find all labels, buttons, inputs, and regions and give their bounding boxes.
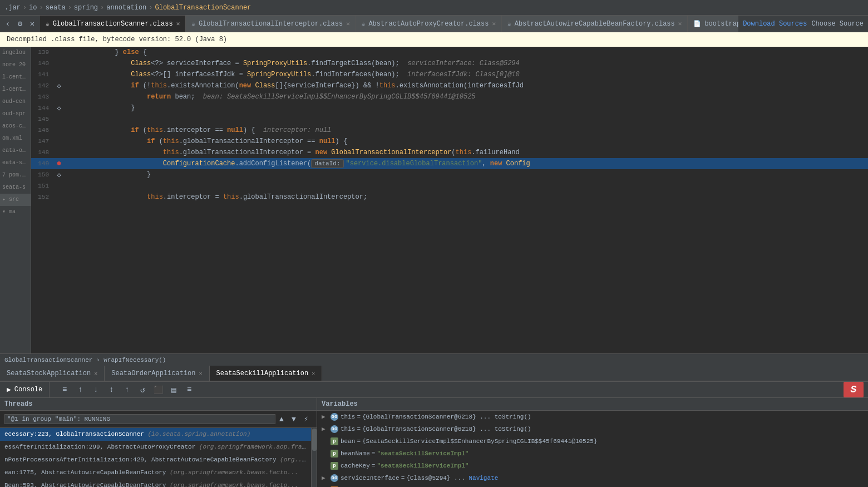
code-line-152: 152 this.interceptor = this.globalTransa… <box>31 191 868 203</box>
close-icon[interactable]: ✕ <box>27 18 38 29</box>
thread-down-btn[interactable]: ▼ <box>288 413 300 425</box>
var-item-3[interactable]: ▶ p beanName = "seataSeckillServiceImpl" <box>317 447 868 460</box>
breadcrumb-seata: seata <box>46 4 66 12</box>
var-item-5[interactable]: ▶ oo serviceInterface = {Class@5294} ...… <box>317 472 868 484</box>
line-number: 146 <box>31 127 53 134</box>
sidebar-item-acos-cor[interactable]: acos-cor <box>0 120 31 132</box>
variables-title: Variables <box>322 400 358 408</box>
sidebar-item-lcenter2[interactable]: l-center <box>0 83 31 96</box>
var-item-0[interactable]: ▶ oo this = {GlobalTransactionScanner@62… <box>317 411 868 423</box>
sidebar: ingclou nore 20 l-center l-center oud-ce… <box>0 47 31 353</box>
var-item-2[interactable]: ▶ p bean = {SeataSeckillServiceImpl$$Enh… <box>317 435 868 447</box>
line-number: 143 <box>31 94 53 100</box>
toolbar-lines[interactable]: ≡ <box>183 383 195 396</box>
breadcrumb-io: io <box>29 4 37 12</box>
line-number: 140 <box>31 60 53 67</box>
code-breadcrumb: GlobalTransactionScanner › wrapIfNecessa… <box>0 353 868 366</box>
code-area: 139 } else { 140 Class<?> serviceInterfa… <box>31 47 868 353</box>
tab-close-icon[interactable]: ✕ <box>176 20 180 27</box>
thread-up-btn[interactable]: ▲ <box>275 413 288 425</box>
sidebar-item-pom-xml[interactable]: om.xml <box>0 132 31 145</box>
console-tab[interactable]: ▶ Console <box>0 382 50 397</box>
java-file-icon: ☕ <box>507 20 511 27</box>
line-number: 141 <box>31 71 53 78</box>
stack-frame-text: Bean:593, AbstractAutowireCapableBeanFac… <box>4 482 170 487</box>
expand-icon[interactable]: ▶ <box>322 424 331 434</box>
sidebar-item-ingcloud[interactable]: ingclou <box>0 47 31 59</box>
tab-label: AbstractAutowireCapableBeanFactory.class <box>515 20 675 28</box>
stack-frame-0[interactable]: ecessary:223, GlobalTransactionScanner (… <box>0 428 311 441</box>
tab-bootstrap-yml[interactable]: 📄 bootstrap.yml ✕ <box>688 16 738 32</box>
run-tab-close[interactable]: ✕ <box>199 370 203 377</box>
toolbar-restart[interactable]: ↺ <box>136 383 149 396</box>
tab-global-transaction-scanner[interactable]: ☕ GlobalTransactionScanner.class ✕ <box>40 16 186 32</box>
var-value: {SeataSeckillServiceImpl$$EnhancerBySpri… <box>362 436 597 446</box>
sidebar-item-src[interactable]: ▸ src <box>0 194 31 206</box>
sidebar-item-seata-s[interactable]: seata-s <box>0 181 31 194</box>
download-sources-link[interactable]: Download Sources <box>743 20 807 28</box>
main-area: ingclou nore 20 l-center l-center oud-ce… <box>0 47 868 353</box>
sidebar-item-nore[interactable]: nore 20 <box>0 59 31 71</box>
stack-frame-package: (org.springframework.beans.facto... <box>170 469 298 476</box>
code-line-147: 147 if (this.globalTransactionalIntercep… <box>31 136 868 147</box>
line-code: ConfigurationCache.addConfigListener(dat… <box>65 159 530 168</box>
tab-close-icon[interactable]: ✕ <box>678 20 682 27</box>
sidebar-item-oud-cen[interactable]: oud-cen <box>0 96 31 108</box>
code-line-148: 148 this.globalTransactionalInterceptor … <box>31 147 868 158</box>
breadcrumb-spring: spring <box>74 4 98 12</box>
thread-filter-btn[interactable]: ⚡ <box>300 413 312 425</box>
run-tab-close[interactable]: ✕ <box>312 370 315 377</box>
toolbar-step-into[interactable]: ↕ <box>105 383 117 396</box>
line-code: Class<?>[] interfacesIfJdk = SpringProxy… <box>65 71 520 78</box>
sidebar-item-ma[interactable]: ▾ ma <box>0 206 31 218</box>
var-item-1[interactable]: ▶ oo this = {GlobalTransactionScanner@62… <box>317 423 868 435</box>
toolbar-step-out[interactable]: ↑ <box>121 383 133 396</box>
toolbar-resume[interactable]: ↑ <box>74 383 86 396</box>
stack-frame-1[interactable]: essAfterInitialization:299, AbstractAuto… <box>0 441 311 454</box>
back-button[interactable]: ‹ <box>2 18 13 29</box>
line-number: 144 <box>31 105 53 111</box>
var-value: {GlobalTransactionScanner@6218} ... toSt… <box>362 424 531 434</box>
tab-close-icon[interactable]: ✕ <box>492 20 496 27</box>
breadcrumb-annotation: annotation <box>106 4 146 12</box>
var-name: this <box>341 424 355 434</box>
line-number: 139 <box>31 49 53 56</box>
settings-icon[interactable]: ⚙ <box>14 18 26 29</box>
tab-global-transactional-interceptor[interactable]: ☕ GlobalTransactionalInterceptor.class ✕ <box>186 16 356 32</box>
var-value: {Class@5294} ... Navigate <box>406 473 498 483</box>
run-tab-seata-seckill[interactable]: SeataSeckillApplication ✕ <box>210 366 323 381</box>
stack-frame-4[interactable]: Bean:593, AbstractAutowireCapableBeanFac… <box>0 479 311 487</box>
tab-abstract-autowire-capable-bean-factory[interactable]: ☕ AbstractAutowireCapableBeanFactory.cla… <box>502 16 688 32</box>
run-tab-seata-order[interactable]: SeataOrderApplication ✕ <box>105 366 209 381</box>
sidebar-item-eata-ord[interactable]: eata-ord <box>0 145 31 157</box>
choose-source-link[interactable]: Choose Source <box>811 20 864 28</box>
tab-abstract-auto-proxy-creator[interactable]: ☕ AbstractAutoProxyCreator.class ✕ <box>356 16 502 32</box>
toolbar-hamburger[interactable]: ≡ <box>58 383 71 396</box>
run-tab-seata-stock[interactable]: SeataStockApplication ✕ <box>0 366 105 381</box>
tab-close-icon[interactable]: ✕ <box>346 20 350 27</box>
sidebar-item-oud-spr[interactable]: oud-spr <box>0 108 31 120</box>
sidebar-item-pom-xl[interactable]: 7 pom.xl <box>0 169 31 181</box>
thread-selector[interactable]: "@1 in group "main": RUNNING ▲ ▼ ⚡ <box>0 411 317 428</box>
toolbar-stop[interactable]: ⬛ <box>152 383 164 396</box>
run-tab-close[interactable]: ✕ <box>94 370 97 377</box>
stack-frame-package: (org.springframework.aop.fra... <box>199 444 311 450</box>
var-item-4[interactable]: ▶ p cacheKey = "seataSeckillServiceImpl" <box>317 460 868 472</box>
var-item-6[interactable]: ▶ i≡ interfacesIfJdk = {Class[0]@10527} <box>317 484 868 487</box>
stack-frame-3[interactable]: ean:1775, AbstractAutowireCapableBeanFac… <box>0 466 311 479</box>
seata-logo: S <box>844 382 864 397</box>
expand-icon[interactable]: ▶ <box>322 473 331 483</box>
thread-dropdown[interactable]: "@1 in group "main": RUNNING <box>4 414 275 424</box>
expand-icon[interactable]: ▶ <box>322 412 331 422</box>
expand-icon: ▶ <box>322 449 331 459</box>
stack-frame-2[interactable]: nPostProcessorsAfterInitialization:429, … <box>0 454 311 466</box>
toolbar-grid[interactable]: ▤ <box>167 383 180 396</box>
run-tab-label: SeataSeckillApplication <box>216 370 309 377</box>
toolbar-step-over[interactable]: ↓ <box>90 383 102 396</box>
bottom-panel: Threads "@1 in group "main": RUNNING ▲ ▼… <box>0 398 868 487</box>
line-code: Class<?> serviceInterface = SpringProxyU… <box>65 60 520 67</box>
code-line-144: 144 ◇ } <box>31 102 868 114</box>
sidebar-item-eata-sec[interactable]: eata-sec <box>0 157 31 169</box>
breadcrumb-active: GlobalTransactionScanner <box>155 4 251 12</box>
sidebar-item-lcenter1[interactable]: l-center <box>0 71 31 83</box>
